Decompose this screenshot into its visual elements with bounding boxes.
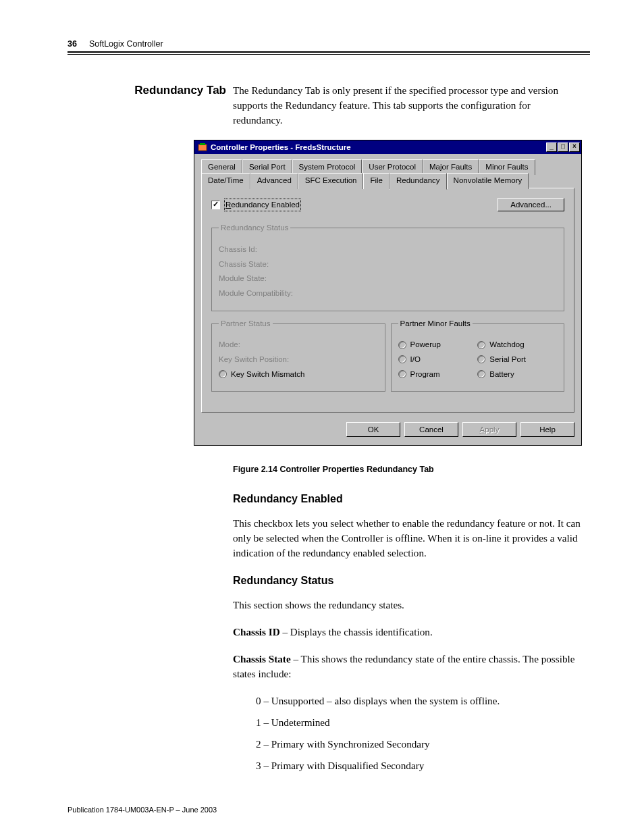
module-state-label: Module State:	[219, 273, 557, 284]
ok-button[interactable]: OK	[346, 422, 400, 437]
tab-sfc-execution[interactable]: SFC Execution	[298, 173, 364, 189]
radio-icon	[398, 355, 406, 363]
chassis-state-label: Chassis State:	[219, 259, 557, 270]
redundancy-enabled-heading: Redundancy Enabled	[233, 491, 583, 506]
redundancy-status-heading: Redundancy Status	[233, 573, 583, 588]
close-button[interactable]: ×	[569, 142, 580, 152]
app-icon	[197, 142, 208, 153]
radio-icon	[219, 370, 227, 378]
tab-advanced[interactable]: Advanced	[250, 173, 298, 189]
dialog-title: Controller Properties - FredsStructure	[211, 142, 545, 153]
partner-status-legend: Partner Status	[219, 318, 273, 330]
tab-redundancy[interactable]: Redundancy	[390, 173, 447, 190]
state-2: 2 – Primary with Synchronized Secondary	[256, 737, 583, 752]
redundancy-status-intro: This section shows the redundancy states…	[233, 598, 583, 613]
program-radio: Program	[398, 369, 478, 380]
partner-minor-faults-group: Partner Minor Faults Powerup I/O Program…	[391, 318, 565, 392]
key-switch-mismatch-label: Key Switch Mismatch	[231, 369, 304, 380]
tab-file[interactable]: File	[363, 173, 390, 189]
redundancy-status-legend: Redundancy Status	[219, 222, 290, 234]
tab-strip: General Serial Port System Protocol User…	[201, 159, 574, 188]
running-header: 36 SoftLogix Controller	[68, 39, 590, 49]
battery-radio: Battery	[477, 369, 557, 380]
cancel-button[interactable]: Cancel	[404, 422, 458, 437]
module-compatibility-label: Module Compatibility:	[219, 288, 557, 299]
checkbox-check-icon: ✓	[211, 201, 220, 209]
chassis-state-list: 0 – Unsupported – also displays when the…	[233, 694, 583, 773]
radio-icon	[398, 341, 406, 349]
state-3: 3 – Primary with Disqualified Secondary	[256, 758, 583, 773]
figure-caption: Figure 2.14 Controller Properties Redund…	[233, 463, 583, 475]
svg-rect-0	[198, 145, 207, 151]
page-number: 36	[68, 39, 77, 49]
intro-paragraph: The Redundancy Tab is only present if th…	[233, 83, 583, 128]
controller-properties-dialog: Controller Properties - FredsStructure _…	[194, 140, 582, 446]
chassis-state-term: Chassis State	[233, 653, 291, 664]
redundancy-enabled-checkbox[interactable]: ✓ Redundancy Enabled	[211, 199, 301, 211]
publication-footer: Publication 1784-UM003A-EN-P – June 2003	[68, 806, 217, 814]
serial-port-radio: Serial Port	[477, 354, 557, 365]
radio-icon	[477, 370, 485, 378]
partner-status-group: Partner Status Mode: Key Switch Position…	[211, 318, 385, 392]
header-rule-thick	[68, 51, 590, 53]
tab-date-time[interactable]: Date/Time	[201, 173, 250, 189]
redundancy-tab-panel: ✓ Redundancy Enabled Advanced... Redunda…	[201, 188, 574, 413]
state-0: 0 – Unsupported – also displays when the…	[256, 694, 583, 708]
maximize-button[interactable]: □	[558, 142, 568, 152]
radio-icon	[398, 370, 406, 378]
powerup-radio: Powerup	[398, 339, 478, 350]
chassis-id-desc: – Displays the chassis identification.	[280, 626, 433, 637]
dialog-titlebar: Controller Properties - FredsStructure _…	[194, 140, 581, 155]
chapter-title: SoftLogix Controller	[89, 39, 163, 49]
chassis-id-definition: Chassis ID – Displays the chassis identi…	[233, 625, 583, 640]
key-switch-mismatch-radio: Key Switch Mismatch	[219, 369, 378, 380]
minimize-button[interactable]: _	[546, 142, 557, 152]
header-rule-thin	[68, 54, 590, 55]
io-radio: I/O	[398, 354, 478, 365]
chassis-state-definition: Chassis State – This shows the redundanc…	[233, 652, 583, 681]
key-switch-position-label: Key Switch Position:	[219, 354, 378, 365]
watchdog-radio: Watchdog	[477, 339, 557, 350]
tab-nonvolatile-memory[interactable]: Nonvolatile Memory	[447, 173, 529, 189]
state-1: 1 – Undetermined	[256, 715, 583, 730]
chassis-id-label: Chassis Id:	[219, 244, 557, 255]
redundancy-enabled-body: This checkbox lets you select whether to…	[233, 516, 583, 561]
mode-label: Mode:	[219, 339, 378, 350]
checkbox-label-text: edundancy Enabled	[231, 201, 300, 209]
partner-minor-faults-legend: Partner Minor Faults	[398, 318, 473, 330]
redundancy-status-group: Redundancy Status Chassis Id: Chassis St…	[211, 222, 564, 311]
apply-button[interactable]: Apply	[462, 422, 516, 437]
help-button[interactable]: Help	[520, 422, 574, 437]
radio-icon	[477, 341, 485, 349]
svg-rect-1	[200, 143, 205, 145]
radio-icon	[477, 355, 485, 363]
chassis-id-term: Chassis ID	[233, 626, 280, 637]
advanced-button[interactable]: Advanced...	[498, 198, 564, 211]
